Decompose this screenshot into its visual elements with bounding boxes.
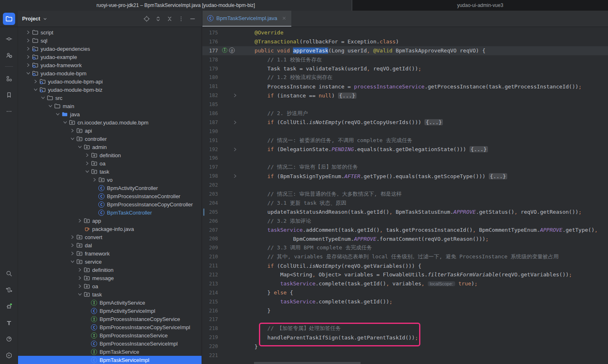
tree-item-convert[interactable]: convert	[18, 233, 202, 241]
commit-icon[interactable]	[5, 34, 14, 43]
gutter[interactable]: I@	[221, 46, 242, 55]
profiler-icon[interactable]	[5, 335, 14, 344]
tree-item-definition[interactable]: definition	[18, 266, 202, 274]
fold-collapsed-icon[interactable]	[232, 173, 238, 179]
tree-item-framework[interactable]: framework	[18, 249, 202, 258]
project-panel-title[interactable]: Project	[22, 16, 40, 22]
locate-file-icon[interactable]	[143, 15, 150, 23]
gutter[interactable]	[221, 118, 242, 127]
tree-item-java[interactable]: java	[18, 110, 202, 118]
chevron-right-icon[interactable]	[84, 152, 91, 158]
tree-item-bpmprocessinstancecontroller[interactable]: CBpmProcessInstanceController	[18, 192, 202, 200]
chevron-down-icon[interactable]	[61, 119, 68, 126]
chevron-right-icon[interactable]	[25, 45, 32, 52]
code-with-me-icon[interactable]: ?	[5, 51, 14, 60]
editor-pane[interactable]: 175 @Override176 @Transactional(rollback…	[202, 27, 608, 364]
bookmarks-icon[interactable]	[5, 90, 14, 99]
chevron-down-icon[interactable]	[25, 70, 32, 77]
tree-item-main[interactable]: main	[18, 102, 202, 110]
gutter[interactable]	[221, 172, 242, 181]
gutter[interactable]	[221, 91, 242, 100]
chevron-down-icon[interactable]	[47, 103, 54, 109]
chevron-down-icon[interactable]	[76, 144, 83, 150]
fold-collapsed-icon[interactable]	[232, 92, 238, 99]
chevron-right-icon[interactable]	[84, 160, 91, 167]
tree-item-bpmprocessinstancecopycontroller[interactable]: CBpmProcessInstanceCopyController	[18, 200, 202, 208]
tree-item-task[interactable]: task	[18, 167, 202, 176]
implements-method-icon[interactable]: I@	[222, 47, 235, 53]
tree-item-bpmactivityserviceimpl[interactable]: CBpmActivityServiceImpl	[18, 307, 202, 315]
tree-item-yudao-module-bpm-biz[interactable]: yudao-module-bpm-biz	[18, 86, 202, 94]
services-icon[interactable]	[5, 351, 14, 360]
tree-item-service[interactable]: service	[18, 258, 202, 266]
tree-item-dal[interactable]: dal	[18, 241, 202, 249]
tree-item-yudao-framework[interactable]: yudao-framework	[18, 61, 202, 69]
search-icon[interactable]	[5, 269, 14, 278]
chevron-down-icon[interactable]	[54, 111, 61, 118]
tree-item-message[interactable]: message	[18, 274, 202, 282]
chevron-right-icon[interactable]	[69, 250, 76, 257]
hide-panel-icon[interactable]	[189, 15, 196, 23]
tree-item-cn-iocoder-yudao-module-bpm[interactable]: cn.iocoder.yudao.module.bpm	[18, 118, 202, 127]
fold-collapsed-icon[interactable]	[232, 119, 238, 126]
chevron-down-icon[interactable]	[84, 168, 91, 175]
chevron-right-icon[interactable]	[25, 37, 32, 44]
tree-item-yudao-example[interactable]: yudao-example	[18, 53, 202, 61]
build-icon[interactable]	[5, 318, 14, 327]
background-window-title[interactable]: yudao-ui-admin-vue3	[352, 0, 608, 11]
chevron-right-icon[interactable]	[25, 54, 32, 60]
collapse-all-icon[interactable]	[166, 15, 173, 23]
tree-item-bpmprocessinstancecopyserviceimpl[interactable]: CBpmProcessInstanceCopyServiceImpl	[18, 323, 202, 331]
chevron-right-icon[interactable]	[91, 176, 98, 183]
tree-item-yudao-module-bpm-api[interactable]: yudao-module-bpm-api	[18, 77, 202, 86]
tree-item-admin[interactable]: admin	[18, 143, 202, 151]
project-tool-window-button[interactable]	[3, 13, 15, 25]
chevron-right-icon[interactable]	[76, 267, 83, 273]
tree-item-oa[interactable]: oa	[18, 159, 202, 167]
tree-item-oa[interactable]: oa	[18, 282, 202, 290]
tree-item-bpmprocessinstanceserviceimpl[interactable]: CBpmProcessInstanceServiceImpl	[18, 339, 202, 348]
tree-item-bpmtaskcontroller[interactable]: CBpmTaskController	[18, 208, 202, 217]
tree-item-sql[interactable]: sql	[18, 36, 202, 45]
input-output-icon[interactable]	[5, 285, 14, 294]
tree-item-app[interactable]: app	[18, 217, 202, 225]
tab-bpmtaskserviceimpl[interactable]: C BpmTaskServiceImpl.java	[202, 11, 291, 27]
tree-item-bpmactivityservice[interactable]: IBpmActivityService	[18, 298, 202, 307]
tree-item-bpmtaskserviceimpl[interactable]: CBpmTaskServiceImpl	[18, 356, 202, 364]
gutter[interactable]	[221, 145, 242, 154]
project-tree[interactable]: scriptsqlyudao-dependenciesyudao-example…	[18, 27, 202, 364]
tree-item-definition[interactable]: definition	[18, 151, 202, 159]
close-icon[interactable]	[282, 16, 286, 20]
tree-item-script[interactable]: script	[18, 28, 202, 36]
chevron-right-icon[interactable]	[69, 127, 76, 134]
chevron-right-icon[interactable]	[69, 242, 76, 249]
chevron-down-icon[interactable]	[32, 86, 39, 93]
structure-icon[interactable]	[5, 74, 14, 83]
tree-item-bpmtaskservice[interactable]: IBpmTaskService	[18, 348, 202, 356]
chevron-down-icon[interactable]	[43, 16, 48, 21]
tree-item-controller[interactable]: controller	[18, 135, 202, 143]
tree-item-bpmprocessinstanceservice[interactable]: IBpmProcessInstanceService	[18, 331, 202, 339]
more-tools-icon[interactable]	[5, 107, 14, 116]
tree-item-src[interactable]: src	[18, 94, 202, 102]
expand-all-icon[interactable]	[154, 15, 162, 23]
chevron-down-icon[interactable]	[69, 258, 76, 265]
tree-item-task[interactable]: task	[18, 290, 202, 298]
options-kebab-icon[interactable]	[177, 15, 185, 23]
chevron-right-icon[interactable]	[25, 62, 32, 68]
chevron-right-icon[interactable]	[32, 78, 39, 85]
fold-collapsed-icon[interactable]	[232, 146, 238, 153]
tree-item-yudao-dependencies[interactable]: yudao-dependencies	[18, 45, 202, 53]
tree-item-yudao-module-bpm[interactable]: yudao-module-bpm	[18, 69, 202, 77]
chevron-right-icon[interactable]	[76, 217, 83, 224]
tree-item-api[interactable]: api	[18, 127, 202, 135]
chevron-down-icon[interactable]	[39, 95, 46, 101]
chevron-right-icon[interactable]	[25, 29, 32, 36]
chevron-right-icon[interactable]	[76, 275, 83, 281]
chevron-right-icon[interactable]	[69, 234, 76, 240]
debug-icon[interactable]	[5, 302, 14, 311]
chevron-down-icon[interactable]	[76, 291, 83, 298]
tree-item-bpmprocessinstancecopyservice[interactable]: IBpmProcessInstanceCopyService	[18, 315, 202, 323]
chevron-right-icon[interactable]	[76, 283, 83, 289]
chevron-down-icon[interactable]	[69, 136, 76, 142]
